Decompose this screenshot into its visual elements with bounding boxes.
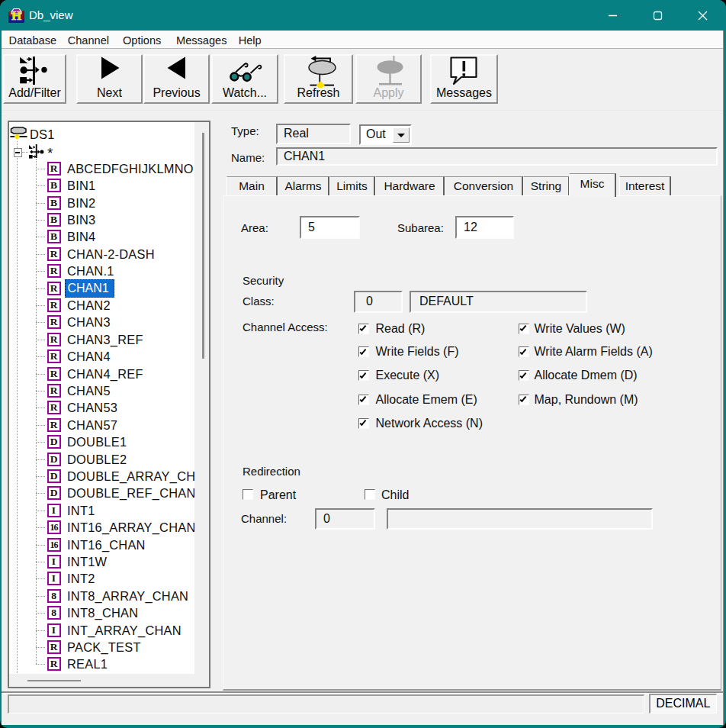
svg-text:H: H [11, 8, 21, 23]
